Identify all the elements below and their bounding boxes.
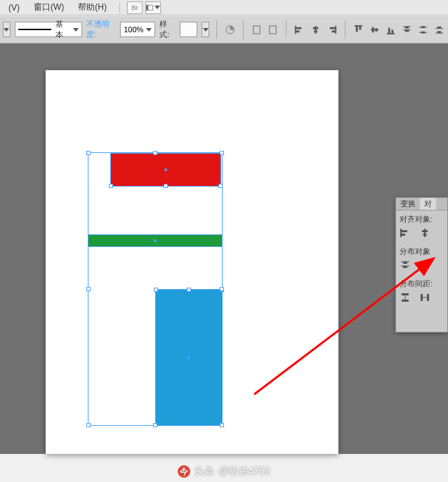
spacing-vertical-icon: [400, 292, 411, 303]
svg-rect-4: [270, 25, 276, 33]
style-label: 样式:: [159, 19, 175, 40]
align-hcenter-icon: [310, 25, 321, 35]
spacing-section-label: 分布间距:: [396, 275, 447, 290]
align-bottom-button[interactable]: [385, 23, 397, 36]
svg-rect-34: [437, 31, 442, 33]
distribute-bottom-button[interactable]: [433, 23, 445, 36]
opacity-label: 不透明度:: [86, 19, 116, 40]
svg-rect-21: [388, 27, 390, 33]
align-vcenter-icon: [369, 25, 380, 35]
resize-handle-br[interactable]: [220, 423, 224, 427]
svg-rect-6: [296, 27, 302, 29]
resize-handle-bl[interactable]: [86, 423, 91, 427]
menubar-divider: [119, 2, 120, 13]
svg-rect-40: [423, 234, 427, 236]
panel-tabs: 变换 对: [396, 198, 447, 210]
distribute-section-label: 分布对象: [396, 243, 447, 258]
align-vcenter-button[interactable]: [369, 23, 381, 36]
svg-rect-37: [402, 234, 405, 236]
svg-rect-36: [402, 230, 407, 232]
align-left-icon: [400, 227, 411, 239]
doc-setup-button[interactable]: [251, 23, 263, 36]
selection-bounding-box[interactable]: [88, 152, 223, 426]
svg-rect-10: [314, 30, 317, 32]
distribute-top-icon: [402, 25, 412, 35]
toolbar-separator: [286, 20, 286, 39]
distribute-top-button[interactable]: [401, 23, 413, 36]
svg-rect-52: [421, 294, 423, 301]
toolbar-separator: [243, 20, 244, 39]
opacity-value: 100%: [124, 25, 143, 34]
tab-align[interactable]: 对: [420, 198, 436, 210]
stroke-style-picker[interactable]: 基本: [15, 22, 82, 37]
distribute-top-button[interactable]: [400, 260, 411, 271]
recolor-button[interactable]: [224, 23, 236, 36]
distribute-vcenter-button[interactable]: [417, 23, 429, 36]
align-left-button[interactable]: [400, 227, 411, 239]
source-logo-icon: 今: [178, 465, 190, 478]
menubar: (V) 窗口(W) 帮助(H) Br: [0, 0, 448, 15]
align-top-button[interactable]: [353, 23, 364, 36]
spacing-vertical-button[interactable]: [400, 292, 411, 303]
svg-rect-47: [423, 262, 427, 264]
resize-handle-tl[interactable]: [86, 151, 91, 155]
resize-handle-tm[interactable]: [153, 151, 157, 155]
document-icon: [251, 25, 262, 35]
opacity-input[interactable]: 100%: [120, 22, 155, 37]
distribute-vcenter-icon: [418, 25, 428, 35]
toolbar-separator: [216, 20, 217, 39]
svg-rect-26: [405, 29, 409, 32]
distribute-top-icon: [400, 260, 411, 271]
resize-handle-mr[interactable]: [220, 287, 224, 291]
align-right-icon: [327, 25, 337, 35]
document-icon: [268, 25, 278, 35]
spacing-horizontal-icon: [419, 292, 430, 303]
bridge-button[interactable]: Br: [127, 1, 143, 14]
distribute-vcenter-button[interactable]: [419, 260, 430, 271]
distribute-bottom-icon: [434, 25, 444, 35]
toolbar-expand[interactable]: [3, 22, 11, 37]
artboard[interactable]: [46, 70, 338, 454]
spacing-horizontal-button[interactable]: [419, 292, 430, 303]
align-hcenter-icon: [419, 227, 430, 239]
graphic-style-picker[interactable]: [180, 22, 197, 37]
align-left-icon: [294, 25, 305, 35]
align-left-button[interactable]: [294, 23, 305, 36]
menu-help[interactable]: 帮助(H): [72, 0, 112, 15]
stroke-preview-icon: [18, 29, 51, 30]
menu-view[interactable]: (V): [3, 1, 25, 14]
resize-handle-tr[interactable]: [220, 151, 224, 155]
svg-rect-15: [356, 26, 358, 32]
svg-rect-22: [391, 29, 393, 33]
work-area: [0, 43, 448, 454]
svg-rect-42: [403, 262, 407, 264]
svg-rect-3: [253, 25, 260, 33]
color-wheel-icon: [225, 25, 235, 35]
resize-handle-bm[interactable]: [153, 423, 157, 427]
svg-rect-44: [403, 266, 407, 268]
chevron-down-icon: [146, 28, 152, 32]
style-expand[interactable]: [202, 22, 209, 37]
align-hcenter-button[interactable]: [310, 23, 322, 36]
chevron-down-icon: [203, 28, 209, 32]
resize-handle-ml[interactable]: [86, 287, 91, 291]
svg-rect-49: [402, 293, 409, 295]
watermark: 今 头条 @皈依4752: [0, 465, 448, 478]
align-right-button[interactable]: [326, 23, 338, 36]
align-panel[interactable]: 变换 对 对齐对象: 分布对象 分布间距:: [395, 197, 448, 333]
chevron-down-icon: [4, 28, 9, 32]
align-section-label: 对齐对象:: [396, 210, 447, 226]
align-hcenter-button[interactable]: [419, 227, 430, 239]
layout-button[interactable]: [145, 1, 161, 14]
control-toolbar: 基本 不透明度: 100% 样式:: [0, 16, 448, 43]
tab-transform[interactable]: 变换: [396, 198, 420, 210]
svg-rect-33: [437, 26, 442, 28]
preferences-button[interactable]: [267, 23, 279, 36]
menu-window[interactable]: 窗口(W): [28, 0, 70, 15]
svg-rect-18: [372, 27, 374, 32]
align-bottom-icon: [386, 25, 396, 35]
svg-rect-30: [421, 31, 426, 33]
svg-rect-12: [330, 27, 336, 29]
watermark-handle: @皈依4752: [218, 465, 270, 478]
svg-rect-39: [422, 230, 428, 232]
